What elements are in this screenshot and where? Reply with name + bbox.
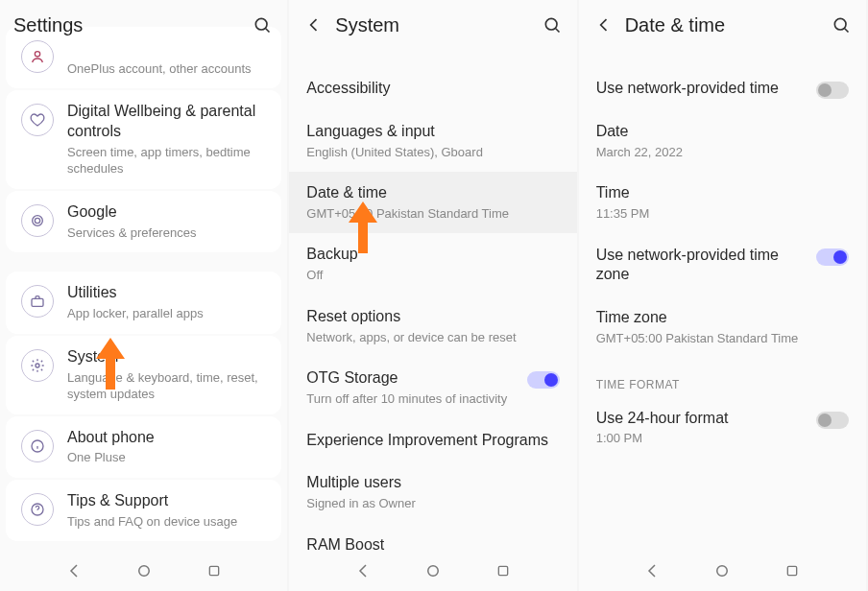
- list-item[interactable]: RAM BoostOptimize RAM utilization based …: [289, 524, 576, 551]
- list-item[interactable]: Multiple usersSigned in as Owner: [289, 461, 576, 523]
- target-icon: [21, 204, 54, 237]
- nav-back-icon[interactable]: [353, 561, 373, 580]
- item-subtitle: Signed in as Owner: [306, 495, 559, 512]
- item-title: Tips & Support: [67, 491, 270, 511]
- system-list: Accessibility Languages & inputEnglish (…: [289, 50, 576, 551]
- system-header: System: [289, 0, 576, 50]
- search-icon[interactable]: [251, 13, 274, 36]
- item-title: Accessibility: [306, 79, 559, 99]
- list-item[interactable]: Languages & inputEnglish (United States)…: [289, 110, 576, 172]
- list-item[interactable]: Use network-provided time: [579, 67, 866, 110]
- svg-rect-13: [209, 566, 218, 575]
- list-item[interactable]: Reset optionsNetwork, apps, or device ca…: [289, 296, 576, 357]
- item-title: Digital Wellbeing & parental controls: [67, 102, 270, 142]
- account-icon: [21, 40, 54, 73]
- system-pane: System Accessibility Languages & inputEn…: [289, 0, 576, 591]
- item-title: OTG Storage: [306, 368, 526, 389]
- nav-back-icon[interactable]: [642, 561, 662, 580]
- date-time-header: Date & time: [579, 0, 866, 50]
- briefcase-icon: [21, 285, 54, 318]
- item-title: System: [67, 347, 270, 367]
- item-title: Backup: [306, 245, 559, 265]
- settings-pane: Settings OnePlus account, other accounts…: [0, 0, 287, 591]
- list-item[interactable]: OnePlus account, other accounts: [6, 27, 281, 88]
- svg-point-22: [717, 566, 728, 577]
- item-title: Reset options: [306, 307, 559, 327]
- list-item[interactable]: Use network-provided time zone: [579, 234, 866, 297]
- item-subtitle: 11:35 PM: [596, 205, 849, 223]
- gear-icon: [21, 349, 54, 382]
- nav-recents-icon[interactable]: [783, 561, 802, 580]
- navbar: [289, 551, 576, 591]
- item-subtitle: Screen time, app timers, bedtime schedul…: [67, 144, 270, 177]
- svg-line-16: [555, 29, 559, 33]
- nav-home-icon[interactable]: [423, 561, 443, 580]
- list-item: Time zoneGMT+05:00 Pakistan Standard Tim…: [579, 296, 866, 358]
- question-icon: [21, 493, 54, 526]
- nav-recents-icon[interactable]: [205, 561, 224, 580]
- item-title: Date & time: [306, 183, 559, 203]
- list-item[interactable]: About phoneOne Pluse: [6, 416, 281, 478]
- nav-back-icon[interactable]: [64, 561, 84, 580]
- svg-point-4: [35, 218, 39, 223]
- item-title: Multiple users: [306, 473, 559, 493]
- item-subtitle: English (United States), Gboard: [306, 144, 559, 161]
- item-subtitle: Off: [306, 267, 559, 284]
- list-item[interactable]: Use 24-hour format1:00 PM: [579, 397, 866, 459]
- page-title: System: [335, 14, 540, 36]
- toggle[interactable]: [816, 248, 849, 266]
- date-time-list: Use network-provided time DateMarch 22, …: [579, 50, 866, 459]
- svg-line-21: [845, 29, 849, 33]
- list-item[interactable]: UtilitiesApp locker, parallel apps: [6, 272, 281, 333]
- list-item[interactable]: Experience Improvement Programs: [289, 419, 576, 462]
- list-item[interactable]: Tips & SupportTips and FAQ on device usa…: [6, 480, 281, 541]
- page-title: Date & time: [625, 14, 830, 36]
- svg-point-15: [545, 18, 557, 30]
- list-item[interactable]: Digital Wellbeing & parental controlsScr…: [6, 90, 281, 189]
- list-item[interactable]: GoogleServices & preferences: [6, 191, 281, 252]
- list-item[interactable]: DateMarch 22, 2022: [579, 110, 866, 172]
- svg-point-12: [138, 566, 149, 577]
- search-icon[interactable]: [541, 13, 564, 36]
- item-subtitle: GMT+05:00 Pakistan Standard Time: [596, 330, 849, 347]
- svg-point-17: [428, 566, 439, 577]
- item-subtitle: App locker, parallel apps: [67, 305, 270, 322]
- nav-recents-icon[interactable]: [494, 561, 513, 580]
- list-item[interactable]: SystemLanguage & keyboard, time, reset, …: [6, 336, 281, 414]
- svg-line-1: [266, 29, 270, 33]
- item-subtitle: Language & keyboard, time, reset, system…: [67, 369, 270, 403]
- item-title: Date: [596, 122, 849, 142]
- item-subtitle: 1:00 PM: [596, 430, 816, 447]
- list-item[interactable]: BackupOff: [289, 233, 576, 295]
- item-title: Use network-provided time: [596, 79, 816, 99]
- svg-point-2: [35, 52, 39, 57]
- list-item[interactable]: Date & timeGMT+05:00 Pakistan Standard T…: [289, 172, 576, 233]
- item-title: Languages & input: [306, 122, 559, 142]
- item-title: Experience Improvement Programs: [306, 431, 559, 451]
- list-item[interactable]: Time11:35 PM: [579, 172, 866, 233]
- info-icon: [21, 430, 54, 462]
- item-subtitle: Network, apps, or device can be reset: [306, 329, 559, 346]
- item-title: Use network-provided time zone: [596, 246, 816, 286]
- toggle[interactable]: [527, 371, 560, 389]
- item-subtitle: OnePlus account, other accounts: [67, 60, 270, 78]
- item-title: Use 24-hour format: [596, 409, 816, 429]
- item-title: Time zone: [596, 308, 849, 328]
- toggle[interactable]: [816, 82, 849, 99]
- list-item[interactable]: Accessibility: [289, 67, 576, 110]
- search-icon[interactable]: [830, 13, 853, 36]
- page-title: Settings: [13, 14, 251, 36]
- nav-home-icon[interactable]: [134, 561, 154, 580]
- svg-rect-23: [788, 566, 797, 575]
- back-icon[interactable]: [302, 13, 326, 36]
- svg-rect-18: [498, 566, 507, 575]
- svg-point-3: [33, 216, 43, 226]
- svg-point-6: [36, 364, 39, 367]
- toggle[interactable]: [816, 412, 849, 429]
- item-subtitle: Tips and FAQ on device usage: [67, 513, 270, 531]
- list-item[interactable]: OTG StorageTurn off after 10 minutes of …: [289, 357, 576, 418]
- nav-home-icon[interactable]: [712, 561, 732, 580]
- back-icon[interactable]: [592, 13, 615, 36]
- navbar: [0, 551, 287, 591]
- navbar: [579, 551, 866, 591]
